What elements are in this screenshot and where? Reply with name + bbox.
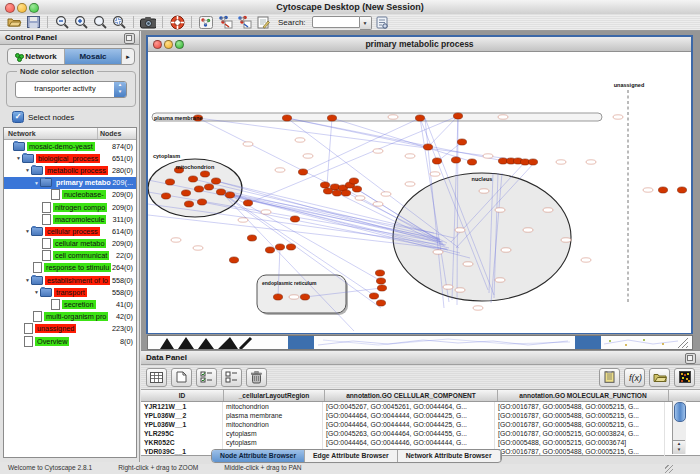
matrix-view-icon[interactable] xyxy=(674,368,695,387)
network-node[interactable] xyxy=(265,247,274,253)
zoom-window-button[interactable] xyxy=(29,3,39,13)
table-column-header[interactable]: _cellularLayoutRegion xyxy=(224,390,325,401)
network-node[interactable] xyxy=(352,186,361,192)
search-config-icon[interactable] xyxy=(375,15,391,29)
save-session-button[interactable] xyxy=(25,15,41,29)
plasma-membrane-region[interactable] xyxy=(152,113,602,121)
tab-overflow-arrow-icon[interactable]: ► xyxy=(122,49,134,64)
tree-header-nodes[interactable]: Nodes xyxy=(98,128,136,139)
tab-mosaic[interactable]: Mosaic xyxy=(65,49,122,64)
node-color-dropdown[interactable]: transporter activity ▲▼ xyxy=(15,81,127,98)
network-node[interactable] xyxy=(432,158,441,164)
network-node[interactable] xyxy=(273,294,282,300)
table-row[interactable]: YPL036W__2plasma membrane[GO:0044464, GO… xyxy=(141,411,700,420)
attribute-batch-icon[interactable] xyxy=(599,368,620,387)
float-panel-icon[interactable] xyxy=(124,33,135,44)
network-node[interactable] xyxy=(243,200,252,206)
search-dropdown-arrow-icon[interactable]: ▼ xyxy=(360,16,372,30)
table-row[interactable]: YLR295Ccytoplasm[GO:0045263, GO:0044464,… xyxy=(141,429,700,438)
network-node[interactable] xyxy=(194,186,203,192)
window-resize-grip[interactable] xyxy=(678,338,688,348)
network-node[interactable] xyxy=(188,176,197,182)
import-attributes-folder-icon[interactable] xyxy=(649,368,670,387)
tree-row[interactable]: ▼cellular process614(0) xyxy=(4,225,136,237)
tree-expand-arrow-icon[interactable]: ▼ xyxy=(33,289,40,295)
network-node[interactable] xyxy=(453,113,462,119)
network-node[interactable] xyxy=(247,235,256,241)
data-panel-float-icon[interactable] xyxy=(685,353,696,364)
network-node[interactable] xyxy=(376,300,385,306)
tree-row[interactable]: macromolecule311(0) xyxy=(4,213,136,225)
zoom-fit-icon[interactable] xyxy=(92,15,108,29)
view-zoom-button[interactable] xyxy=(175,40,184,49)
tab-node-attribute-browser[interactable]: Node Attribute Browser xyxy=(212,450,305,462)
network-node[interactable] xyxy=(181,190,190,196)
formula-builder-icon[interactable]: f(x) xyxy=(624,368,645,387)
select-attributes-icon[interactable] xyxy=(196,368,217,387)
tree-expand-arrow-icon[interactable]: ▼ xyxy=(24,167,31,173)
network-node[interactable] xyxy=(225,192,234,198)
network-node[interactable] xyxy=(677,187,686,193)
network-node[interactable] xyxy=(341,190,350,196)
tree-row[interactable]: ▼primary metabo209(... xyxy=(4,177,136,189)
network-node[interactable] xyxy=(216,189,225,195)
tree-row[interactable]: ▼biological_process651(0) xyxy=(4,152,136,164)
import-network-icon[interactable] xyxy=(217,15,233,29)
network-node[interactable] xyxy=(451,157,460,163)
open-session-button[interactable] xyxy=(6,15,22,29)
tree-row[interactable]: unassigned223(0) xyxy=(4,323,136,335)
tab-edge-attribute-browser[interactable]: Edge Attribute Browser xyxy=(305,450,398,462)
tree-row[interactable]: ▼establishment of lo558(0) xyxy=(4,274,136,286)
app-resize-grip[interactable] xyxy=(665,465,673,473)
zoom-out-icon[interactable] xyxy=(54,15,70,29)
select-nodes-checkbox[interactable]: ✓ xyxy=(12,111,24,123)
background-windows-strip[interactable] xyxy=(147,335,693,350)
network-node[interactable] xyxy=(323,188,332,194)
help-lifering-icon[interactable] xyxy=(169,15,185,29)
table-row[interactable]: YJR121W__1mitochondrion[GO:0045267, GO:0… xyxy=(141,402,700,411)
table-column-header[interactable]: annotation.GO CELLULAR_COMPONENT xyxy=(325,390,498,401)
vizmapper-icon[interactable] xyxy=(198,15,214,29)
tab-network-attribute-browser[interactable]: Network Attribute Browser xyxy=(398,450,501,462)
scrollbar-arrows[interactable]: ▲▼ xyxy=(673,440,685,454)
table-row[interactable]: YPL036W__1mitochondrion[GO:0044464, GO:0… xyxy=(141,420,700,429)
tree-expand-arrow-icon[interactable]: ▼ xyxy=(15,155,22,161)
close-window-button[interactable] xyxy=(5,3,15,13)
tree-header-network[interactable]: Network xyxy=(4,128,98,139)
network-node[interactable] xyxy=(184,201,193,207)
network-node[interactable] xyxy=(375,270,384,276)
unselect-attributes-icon[interactable] xyxy=(221,368,242,387)
network-node[interactable] xyxy=(327,115,336,121)
tree-row[interactable]: ▼transport558(0) xyxy=(4,286,136,298)
network-node[interactable] xyxy=(376,278,385,284)
tree-expand-arrow-icon[interactable]: ▼ xyxy=(24,228,31,234)
tree-expand-arrow-icon[interactable]: ▼ xyxy=(24,277,31,283)
network-canvas[interactable]: plasma membrane cytoplasm mitochondrion … xyxy=(148,52,691,333)
tree-row[interactable]: Overview8(0) xyxy=(4,335,136,347)
tree-row[interactable]: mosaic-demo-yeast874(0) xyxy=(4,140,136,152)
table-column-header[interactable]: ID xyxy=(141,390,224,401)
network-node[interactable] xyxy=(415,115,424,121)
network-node[interactable] xyxy=(467,159,476,165)
network-node[interactable] xyxy=(200,171,209,177)
zoom-in-icon[interactable] xyxy=(73,15,89,29)
network-node[interactable] xyxy=(300,294,309,300)
network-node[interactable] xyxy=(298,169,307,175)
network-node[interactable] xyxy=(423,144,432,150)
tree-expand-arrow-icon[interactable]: ▼ xyxy=(33,180,40,186)
export-network-icon[interactable] xyxy=(236,15,252,29)
snapshot-camera-icon[interactable] xyxy=(140,15,156,29)
network-node[interactable] xyxy=(282,115,291,121)
table-vertical-scrollbar[interactable]: ▲▼ xyxy=(672,401,686,454)
network-node[interactable] xyxy=(286,244,295,250)
network-node[interactable] xyxy=(349,178,358,184)
tab-network[interactable]: Network xyxy=(8,49,65,64)
view-close-button[interactable] xyxy=(153,40,162,49)
view-minimize-button[interactable] xyxy=(164,40,173,49)
annotation-tool-icon[interactable] xyxy=(255,15,271,29)
tree-row[interactable]: nitrogen compo209(0) xyxy=(4,201,136,213)
network-node[interactable] xyxy=(528,159,537,165)
tree-row[interactable]: secretion41(0) xyxy=(4,298,136,310)
tree-row[interactable]: cellular metabo209(0) xyxy=(4,238,136,250)
network-view-titlebar[interactable]: primary metabolic process xyxy=(148,37,691,52)
